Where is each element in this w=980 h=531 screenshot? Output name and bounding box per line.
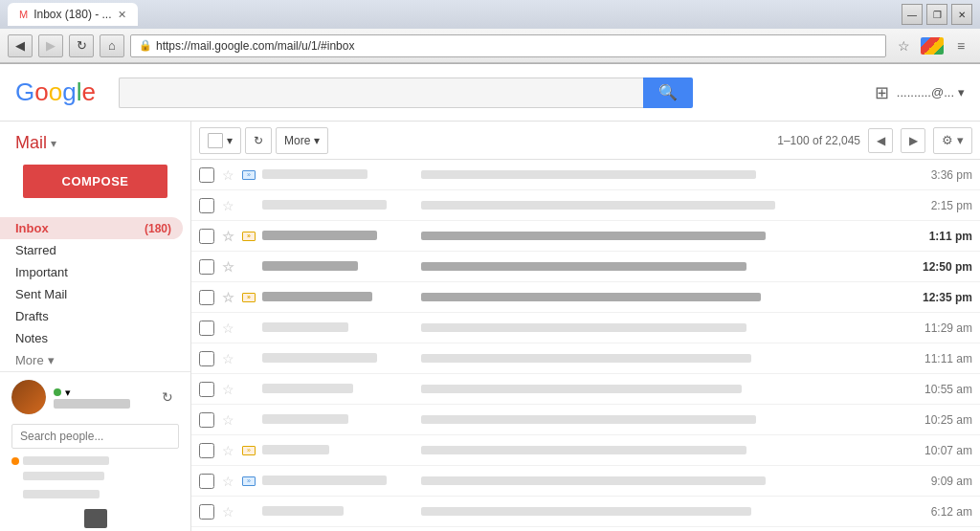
toolbar: ▾ ↻ More ▾ 1–100 of 22,045 ◀ ▶ ⚙ ▾ <box>191 122 980 160</box>
email-row[interactable]: ☆ 10:25 am <box>191 405 980 435</box>
more-button[interactable]: More ▾ <box>276 127 328 154</box>
settings-button[interactable]: ⚙ ▾ <box>933 127 972 154</box>
email-star-icon[interactable]: ☆ <box>220 167 235 183</box>
email-sender <box>262 321 415 335</box>
email-checkbox[interactable] <box>199 198 214 213</box>
search-people-input[interactable] <box>11 424 179 449</box>
email-row[interactable]: ☆ 11:29 am <box>191 313 980 343</box>
email-checkbox[interactable] <box>199 412 214 428</box>
notes-label: Notes <box>15 331 48 345</box>
mail-dropdown-icon[interactable]: ▾ <box>51 137 56 150</box>
email-checkbox[interactable] <box>199 351 214 366</box>
email-star-icon[interactable]: ☆ <box>220 229 235 244</box>
email-checkbox[interactable] <box>199 474 214 489</box>
sidebar-item-important[interactable]: Important <box>0 261 183 283</box>
email-star-icon[interactable]: ☆ <box>220 443 235 458</box>
bookmark-icon[interactable]: ☆ <box>892 34 915 57</box>
home-button[interactable]: ⌂ <box>100 34 124 57</box>
email-row[interactable]: ☆ » 1:11 pm <box>191 221 980 252</box>
sidebar-item-drafts[interactable]: Drafts <box>0 305 183 327</box>
email-checkbox[interactable] <box>199 290 214 305</box>
email-sender <box>262 290 415 304</box>
compose-button[interactable]: COMPOSE <box>23 165 167 198</box>
email-row[interactable]: ☆ 11:11 am <box>191 343 980 374</box>
select-checkbox[interactable] <box>208 133 223 148</box>
refresh-icon: ↻ <box>254 134 263 147</box>
email-row[interactable]: ☆ 12:50 pm <box>191 252 980 282</box>
email-star-icon[interactable]: ☆ <box>220 382 235 397</box>
email-star-icon[interactable]: ☆ <box>220 290 235 305</box>
user-details: ▾ <box>54 387 148 409</box>
select-all-button[interactable]: ▾ <box>199 127 241 154</box>
sidebar-item-starred[interactable]: Starred <box>0 239 183 261</box>
next-page-button[interactable]: ▶ <box>901 128 925 153</box>
email-category-icon: » <box>241 229 256 244</box>
email-star-icon[interactable]: ☆ <box>220 259 235 275</box>
sidebar: Mail ▾ COMPOSE Inbox (180) Starred Impor… <box>0 122 191 531</box>
close-button[interactable]: ✕ <box>951 4 972 25</box>
tab-close-button[interactable]: ✕ <box>118 9 126 21</box>
account-button[interactable]: ..........@... ▾ <box>897 85 965 100</box>
sidebar-item-inbox[interactable]: Inbox (180) <box>0 217 183 239</box>
reload-button[interactable]: ↻ <box>69 34 94 57</box>
menu-icon[interactable]: ≡ <box>949 34 972 57</box>
email-row[interactable]: ☆ » 10:07 am <box>191 435 980 466</box>
email-row[interactable]: ☆ » 12:35 pm <box>191 282 980 313</box>
email-time: 12:50 pm <box>905 260 972 274</box>
email-time: 2:15 pm <box>905 199 972 212</box>
email-checkbox[interactable] <box>199 443 214 458</box>
more-link[interactable]: More ▾ <box>0 349 190 371</box>
search-button[interactable]: 🔍 <box>643 77 693 108</box>
email-checkbox[interactable] <box>199 382 214 397</box>
email-star-icon[interactable]: ☆ <box>220 474 235 489</box>
email-checkbox[interactable] <box>199 167 214 183</box>
email-checkbox[interactable] <box>199 259 214 275</box>
sidebar-item-sent[interactable]: Sent Mail <box>0 283 183 305</box>
email-sender <box>262 198 415 212</box>
email-checkbox[interactable] <box>199 229 214 244</box>
email-star-icon[interactable]: ☆ <box>220 351 235 366</box>
email-star-icon[interactable]: ☆ <box>220 412 235 428</box>
email-row[interactable]: ☆ » 3:36 pm <box>191 160 980 190</box>
email-star-icon[interactable]: ☆ <box>220 321 235 336</box>
email-sender <box>262 351 415 365</box>
minimize-button[interactable]: — <box>902 4 923 25</box>
contact-name-3 <box>23 490 100 498</box>
email-row[interactable]: ☆ 10:55 am <box>191 374 980 405</box>
google-account-icon[interactable] <box>921 34 944 57</box>
email-checkbox[interactable] <box>199 321 214 336</box>
email-category-icon: » <box>241 474 256 489</box>
email-time: 12:35 pm <box>905 291 972 304</box>
sidebar-item-notes[interactable]: Notes <box>0 327 183 349</box>
email-row[interactable]: ☆ 2:15 pm <box>191 190 980 221</box>
search-icon: 🔍 <box>658 83 678 101</box>
toolbar-right: 1–100 of 22,045 ◀ ▶ ⚙ ▾ <box>777 127 972 154</box>
more-label: More <box>284 134 310 147</box>
status-online-dot <box>54 388 61 396</box>
email-star-icon[interactable]: ☆ <box>220 504 235 520</box>
inbox-label: Inbox <box>15 221 49 235</box>
search-input[interactable] <box>119 77 643 108</box>
email-time: 1:11 pm <box>905 230 972 243</box>
email-row[interactable]: ☆ » 2:25 am <box>191 527 980 531</box>
email-checkbox[interactable] <box>199 504 214 520</box>
email-time: 11:29 am <box>905 321 972 335</box>
tab-title: Inbox (180) - ... <box>33 8 111 21</box>
browser-tab[interactable]: M Inbox (180) - ... ✕ <box>8 3 138 26</box>
refresh-contacts-button[interactable]: ↻ <box>156 386 179 409</box>
email-list: ☆ » 3:36 pm ☆ 2:15 pm ☆ » <box>191 160 980 531</box>
back-button[interactable]: ◀ <box>8 34 33 57</box>
address-bar[interactable]: 🔒 https://mail.google.com/mail/u/1/#inbo… <box>130 34 886 57</box>
refresh-button[interactable]: ↻ <box>245 127 272 154</box>
email-star-icon[interactable]: ☆ <box>220 198 235 213</box>
forward-button[interactable]: ▶ <box>38 34 63 57</box>
contact-name-2 <box>23 472 104 480</box>
select-dropdown-icon[interactable]: ▾ <box>227 134 233 147</box>
user-status-dropdown[interactable]: ▾ <box>65 387 71 399</box>
prev-page-button[interactable]: ◀ <box>868 128 893 153</box>
email-row[interactable]: ☆ » 9:09 am <box>191 466 980 497</box>
apps-grid-icon[interactable]: ⊞ <box>875 82 889 103</box>
email-row[interactable]: ☆ 6:12 am <box>191 497 980 527</box>
email-category-icon: » <box>241 290 256 305</box>
restore-button[interactable]: ❐ <box>926 4 947 25</box>
